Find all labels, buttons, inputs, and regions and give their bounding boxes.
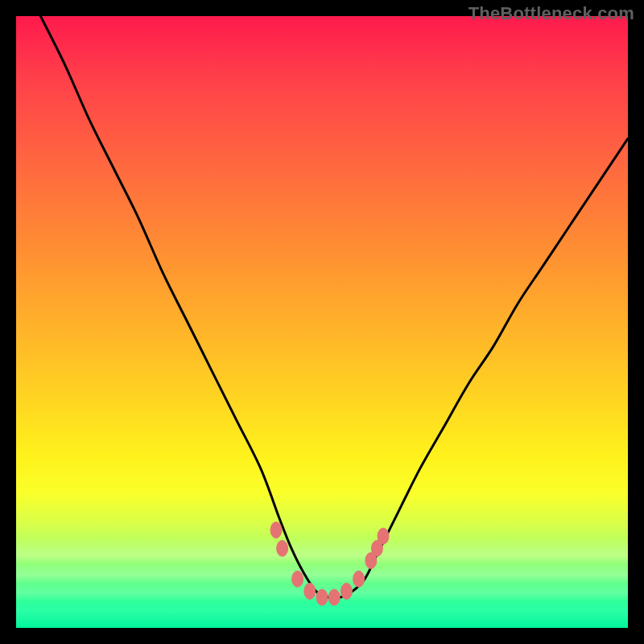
curve-marker [371,540,382,556]
curve-marker [341,583,352,599]
curve-marker [270,522,282,538]
curve-marker [304,583,316,599]
curve-markers [270,522,389,605]
chart-svg [16,16,628,628]
gradient-band-overlay [16,539,628,628]
chart-frame: TheBottleneck.com [0,0,644,644]
curve-marker [277,540,288,556]
bottleneck-curve [40,16,628,598]
curve-marker [328,589,340,605]
curve-marker [365,552,377,568]
plot-area [16,16,628,628]
curve-marker [353,571,365,587]
curve-marker [378,528,389,544]
curve-marker [292,571,303,587]
curve-marker [316,589,328,605]
